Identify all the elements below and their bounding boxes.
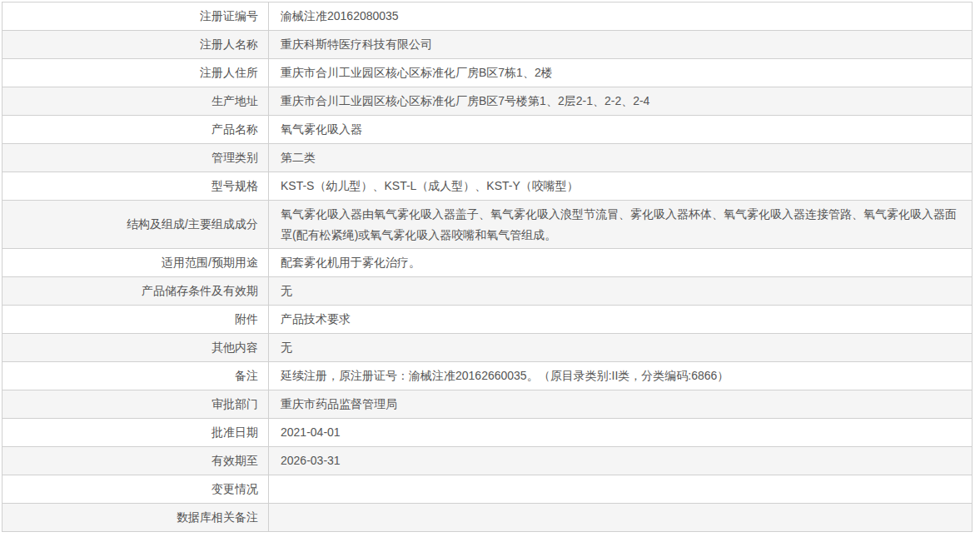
table-row-registrant-name: 注册人名称 重庆科斯特医疗科技有限公司 (2, 31, 973, 59)
table-row-approval-department: 审批部门 重庆市药品监督管理局 (2, 390, 973, 419)
row-label: 备注 (2, 362, 269, 390)
row-value (269, 475, 973, 504)
row-value: 重庆市合川工业园区核心区标准化厂房B区7号楼第1、2层2-1、2-2、2-4 (269, 87, 973, 116)
row-value: 延续注册，原注册证号：渝械注准20162660035。（原目录类别:II类，分类… (269, 362, 973, 390)
row-label: 注册证编号 (2, 2, 269, 31)
row-label: 有效期至 (2, 447, 269, 475)
table-row-management-category: 管理类别 第二类 (2, 144, 973, 172)
table-row-database-remarks: 数据库相关备注 (2, 504, 973, 532)
table-row-product-name: 产品名称 氧气雾化吸入器 (2, 116, 973, 144)
row-label: 产品名称 (2, 116, 269, 144)
row-value: 无 (269, 277, 973, 306)
row-value: KST-S（幼儿型）、KST-L（成人型）、KST-Y（咬嘴型） (269, 172, 973, 201)
row-label: 适用范围/预期用途 (2, 249, 269, 277)
registration-record-table: 注册证编号 渝械注准20162080035 注册人名称 重庆科斯特医疗科技有限公… (2, 2, 973, 532)
row-label: 结构及组成/主要组成成分 (2, 201, 269, 249)
row-label: 审批部门 (2, 390, 269, 419)
table-row-other-content: 其他内容 无 (2, 334, 973, 362)
table-row-structure-composition: 结构及组成/主要组成成分 氧气雾化吸入器由氧气雾化吸入器盖子、氧气雾化吸入浪型节… (2, 201, 973, 249)
row-value: 2021-04-01 (269, 419, 973, 447)
row-label: 管理类别 (2, 144, 269, 172)
row-value (269, 504, 973, 532)
registration-table-body: 注册证编号 渝械注准20162080035 注册人名称 重庆科斯特医疗科技有限公… (2, 2, 973, 532)
table-row-change-status: 变更情况 (2, 475, 973, 504)
row-value: 无 (269, 334, 973, 362)
table-row-production-address: 生产地址 重庆市合川工业园区核心区标准化厂房B区7号楼第1、2层2-1、2-2、… (2, 87, 973, 116)
row-value: 渝械注准20162080035 (269, 2, 973, 31)
row-value: 氧气雾化吸入器 (269, 116, 973, 144)
row-label: 生产地址 (2, 87, 269, 116)
table-row-valid-until: 有效期至 2026-03-31 (2, 447, 973, 475)
row-value: 配套雾化机用于雾化治疗。 (269, 249, 973, 277)
row-label: 其他内容 (2, 334, 269, 362)
row-label: 型号规格 (2, 172, 269, 201)
table-row-approval-date: 批准日期 2021-04-01 (2, 419, 973, 447)
row-label: 变更情况 (2, 475, 269, 504)
row-label: 注册人住所 (2, 59, 269, 87)
row-label: 附件 (2, 306, 269, 334)
table-row-registration-number: 注册证编号 渝械注准20162080035 (2, 2, 973, 31)
row-label: 数据库相关备注 (2, 504, 269, 532)
row-value: 重庆市药品监督管理局 (269, 390, 973, 419)
table-row-model-spec: 型号规格 KST-S（幼儿型）、KST-L（成人型）、KST-Y（咬嘴型） (2, 172, 973, 201)
row-label: 批准日期 (2, 419, 269, 447)
row-value: 2026-03-31 (269, 447, 973, 475)
row-value: 第二类 (269, 144, 973, 172)
row-value: 重庆科斯特医疗科技有限公司 (269, 31, 973, 59)
row-label: 产品储存条件及有效期 (2, 277, 269, 306)
row-label: 注册人名称 (2, 31, 269, 59)
row-value: 产品技术要求 (269, 306, 973, 334)
row-value: 重庆市合川工业园区核心区标准化厂房B区7栋1、2楼 (269, 59, 973, 87)
table-row-storage-conditions: 产品储存条件及有效期 无 (2, 277, 973, 306)
row-value: 氧气雾化吸入器由氧气雾化吸入器盖子、氧气雾化吸入浪型节流冒、雾化吸入器杯体、氧气… (269, 201, 973, 249)
table-row-intended-use: 适用范围/预期用途 配套雾化机用于雾化治疗。 (2, 249, 973, 277)
table-row-registrant-address: 注册人住所 重庆市合川工业园区核心区标准化厂房B区7栋1、2楼 (2, 59, 973, 87)
table-row-remarks: 备注 延续注册，原注册证号：渝械注准20162660035。（原目录类别:II类… (2, 362, 973, 390)
table-row-attachments: 附件 产品技术要求 (2, 306, 973, 334)
